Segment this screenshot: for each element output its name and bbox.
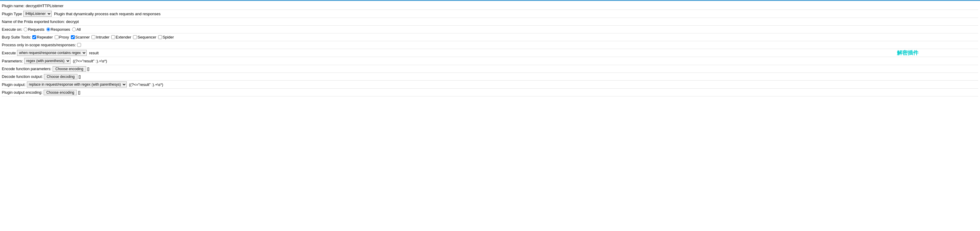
radio-all[interactable] [72, 27, 76, 31]
radio-responses[interactable] [46, 27, 50, 31]
frida-function-label: Name of the Frida exported function: [2, 19, 65, 24]
parameters-select[interactable]: regex (with parenthesis) regex none [24, 58, 70, 64]
cb-inscope[interactable] [77, 43, 81, 47]
radio-requests[interactable] [24, 27, 27, 31]
cb-proxy-label: Proxy [59, 35, 69, 40]
tool-proxy: Proxy [55, 35, 69, 40]
decode-output-btn[interactable]: Choose decoding [44, 74, 77, 79]
process-inscope-row: Process only in-scope requests/responses… [2, 41, 978, 49]
plugin-name-value: decryptIHTTPListener [26, 3, 64, 8]
cb-sequencer-label: Sequencer [137, 35, 156, 40]
radio-requests-label: Requests [28, 27, 45, 32]
tool-repeater: Repeater [32, 35, 52, 40]
plugin-type-description: Plugin that dynamically process each req… [54, 12, 161, 16]
execute-on-options: Requests Responses All [24, 27, 81, 32]
encode-params-label: Encode function parameters: [2, 66, 51, 71]
decode-output-label: Decode function output: [2, 74, 43, 79]
tool-intruder: Intruder [91, 35, 110, 40]
cb-scanner[interactable] [71, 35, 75, 39]
frida-function-value: decrypt [66, 19, 79, 24]
cb-extender-label: Extender [116, 35, 131, 40]
tool-scanner: Scanner [71, 35, 90, 40]
decode-output-row: Decode function output: Choose decoding … [2, 73, 978, 81]
execute-row: Execute when request/response contains r… [2, 49, 978, 57]
execute-on-row: Execute on: Requests Responses All [2, 26, 978, 33]
burp-tools-label: Burp Suite Tools: [2, 35, 31, 40]
plugin-output-label: Plugin output: [2, 82, 26, 87]
burp-tools-row: Burp Suite Tools: Repeater Proxy Scanner… [2, 33, 978, 41]
cb-scanner-label: Scanner [75, 35, 90, 40]
plugin-name-row: Plugin name: decryptIHTTPListener [2, 2, 978, 10]
execute-on-label: Execute on: [2, 27, 22, 32]
plugin-type-row: Plugin Type IHttpListener Plugin that dy… [2, 10, 978, 18]
parameters-value: ((?<="result" :).+\s*) [73, 59, 107, 63]
radio-all-label: All [76, 27, 81, 32]
cb-intruder[interactable] [91, 35, 95, 39]
plugin-output-encoding-bracket: [] [78, 90, 80, 95]
cb-spider-label: Spider [162, 35, 174, 40]
execute-on-responses: Responses [46, 27, 70, 32]
encode-params-row: Encode function parameters: Choose encod… [2, 65, 978, 73]
plugin-output-row: Plugin output: replace in request/respon… [2, 81, 978, 89]
frida-function-row: Name of the Frida exported function: dec… [2, 18, 978, 26]
plugin-output-encoding-label: Plugin output encoding: [2, 90, 43, 95]
cb-sequencer[interactable] [133, 35, 137, 39]
cb-spider[interactable] [158, 35, 162, 39]
cb-extender[interactable] [111, 35, 115, 39]
plugin-name-label: Plugin name: [2, 3, 24, 8]
cb-repeater-label: Repeater [37, 35, 52, 40]
main-container: Plugin name: decryptIHTTPListener Plugin… [0, 1, 980, 98]
parameters-row: Parameters: regex (with parenthesis) reg… [2, 57, 978, 65]
parameters-label: Parameters: [2, 59, 23, 63]
plugin-type-select[interactable]: IHttpListener [23, 11, 52, 17]
plugin-output-encoding-row: Plugin output encoding: Choose encoding … [2, 89, 978, 97]
cb-intruder-label: Intruder [96, 35, 110, 40]
tool-extender: Extender [111, 35, 131, 40]
execute-select[interactable]: when request/response contains regex alw… [17, 50, 87, 56]
process-inscope-label: Process only in-scope requests/responses… [2, 43, 76, 47]
plugin-type-label: Plugin Type [2, 12, 22, 16]
execute-label: Execute [2, 51, 16, 55]
plugin-output-select[interactable]: replace in request/response with regex (… [27, 81, 127, 87]
chinese-label: 解密插件 [897, 49, 918, 56]
plugin-output-encoding-btn[interactable]: Choose encoding [44, 90, 77, 95]
burp-tools-options: Repeater Proxy Scanner Intruder Extender… [32, 35, 174, 40]
execute-result-text: result [89, 51, 99, 55]
radio-responses-label: Responses [51, 27, 70, 32]
tool-spider: Spider [158, 35, 174, 40]
encode-params-bracket: [] [87, 66, 89, 71]
encode-params-btn[interactable]: Choose encoding [52, 66, 86, 72]
execute-on-requests: Requests [24, 27, 45, 32]
tool-sequencer: Sequencer [133, 35, 156, 40]
plugin-output-value: ((?<="result" :).+\s*) [129, 82, 163, 87]
decode-output-bracket: [] [79, 74, 81, 79]
execute-on-all: All [72, 27, 81, 32]
cb-repeater[interactable] [32, 35, 36, 39]
cb-proxy[interactable] [55, 35, 59, 39]
